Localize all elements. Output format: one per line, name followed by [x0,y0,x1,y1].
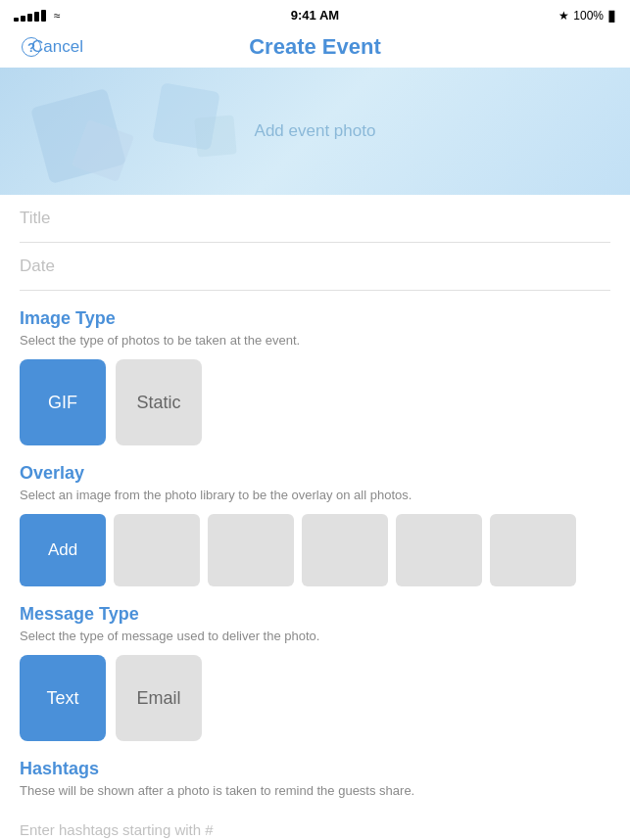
dot4 [34,12,39,22]
status-right: ★ 100% ▮ [558,6,616,24]
bluetooth-icon: ★ [558,9,569,23]
dot5 [41,10,46,22]
date-field-row [20,243,610,291]
dot3 [27,14,32,22]
message-type-section: Message Type Select the type of message … [0,586,630,741]
image-type-title: Image Type [20,308,610,329]
overlay-slot-3[interactable] [302,514,388,586]
dot2 [21,16,25,22]
overlay-slot-4[interactable] [396,514,482,586]
overlay-add-label: Add [48,540,77,560]
gif-button[interactable]: GIF [20,359,106,445]
battery-percent: 100% [573,9,604,23]
hashtag-input[interactable] [20,810,610,840]
email-button[interactable]: Email [116,655,202,741]
static-button[interactable]: Static [116,359,202,445]
static-label: Static [136,393,180,413]
message-type-desc: Select the type of message used to deliv… [20,629,610,643]
status-left: ≈ [14,9,61,23]
overlay-slot-2[interactable] [208,514,294,586]
status-time: 9:41 AM [291,8,339,23]
page-title: Create Event [249,34,381,60]
image-type-section: Image Type Select the type of photos to … [0,291,630,445]
image-type-desc: Select the type of photos to be taken at… [20,333,610,348]
text-label: Text [46,688,78,709]
dot1 [14,18,19,22]
overlay-slot-5[interactable] [490,514,576,586]
overlay-grid: Add [20,514,610,586]
message-type-toggle-group: Text Email [20,655,610,741]
text-button[interactable]: Text [20,655,106,741]
overlay-title: Overlay [20,463,610,484]
overlay-desc: Select an image from the photo library t… [20,488,610,502]
wifi-icon: ≈ [54,9,61,23]
gif-label: GIF [48,393,77,413]
svg-rect-3 [194,115,236,157]
title-input[interactable] [20,209,610,228]
message-type-title: Message Type [20,604,610,625]
hashtags-section: Hashtags These will be shown after a pho… [0,741,630,840]
cancel-button[interactable]: Cancel [31,37,83,57]
form-fields [0,195,630,291]
hashtags-title: Hashtags [20,759,610,779]
signal-dots [14,10,46,22]
status-bar: ≈ 9:41 AM ★ 100% ▮ [0,0,630,28]
nav-bar: Cancel ? Create Event [0,28,630,68]
hashtags-desc: These will be shown after a photo is tak… [20,783,610,798]
date-input[interactable] [20,257,610,276]
photo-banner[interactable]: Add event photo [0,68,630,195]
overlay-slot-1[interactable] [114,514,200,586]
photo-banner-label: Add event photo [255,121,376,141]
image-type-toggle-group: GIF Static [20,359,610,445]
email-label: Email [136,688,180,709]
title-field-row [20,195,610,243]
overlay-section: Overlay Select an image from the photo l… [0,445,630,586]
battery-icon: ▮ [607,6,616,24]
overlay-add-button[interactable]: Add [20,514,106,586]
